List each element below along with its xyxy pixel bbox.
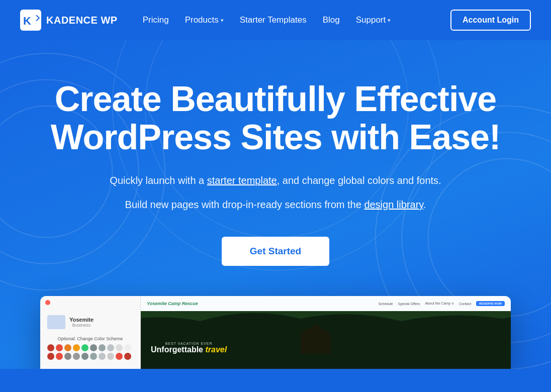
swatch[interactable] <box>47 344 54 351</box>
swatch[interactable] <box>56 353 63 360</box>
hero-section: Create Beautifully Effective WordPress S… <box>0 40 551 369</box>
preview-navbar: Yosemite Camp Rescue Schedule Special Of… <box>141 296 511 311</box>
swatch[interactable] <box>90 353 97 360</box>
hero-subtitle: Quickly launch with a starter template, … <box>100 172 451 188</box>
hero-title: Create Beautifully Effective WordPress S… <box>34 80 517 156</box>
brand-name: KADENCE WP <box>46 15 118 26</box>
preview-main: Yosemite Camp Rescue Schedule Special Of… <box>141 296 511 369</box>
logo-icon: K <box>20 10 41 31</box>
color-scheme-label: Optional: Change Color Scheme <box>40 333 140 342</box>
nav-links: Pricing Products ▾ Starter Templates Blo… <box>136 11 398 29</box>
preview-window: Yosemite Business Optional: Change Color… <box>40 296 511 369</box>
swatch[interactable] <box>107 344 114 351</box>
swatch[interactable] <box>124 344 131 351</box>
account-login-button[interactable]: Account Login <box>450 10 531 31</box>
preview-hero-title: Unforgettable travel <box>151 345 227 354</box>
nav-blog[interactable]: Blog <box>316 11 347 29</box>
swatch[interactable] <box>64 353 71 360</box>
nav-pricing[interactable]: Pricing <box>136 11 176 29</box>
logo[interactable]: K KADENCE WP <box>20 10 118 31</box>
swatch[interactable] <box>124 353 131 360</box>
swatch[interactable] <box>64 344 71 351</box>
nav-support[interactable]: Support ▾ <box>349 11 398 29</box>
preview-nav-link: Schedule <box>378 302 393 306</box>
swatch[interactable] <box>81 344 88 351</box>
swatch[interactable] <box>90 344 97 351</box>
swatch[interactable] <box>116 344 123 351</box>
navbar-left: K KADENCE WP Pricing Products ▾ Starter … <box>20 10 398 31</box>
navbar: K KADENCE WP Pricing Products ▾ Starter … <box>0 0 551 40</box>
swatch[interactable] <box>81 353 88 360</box>
swatch[interactable] <box>56 344 63 351</box>
svg-text:K: K <box>23 15 31 27</box>
preview-nav-link: Special Offers <box>398 302 420 306</box>
preview-hero-label: BEST VACATION EVER <box>151 342 227 345</box>
swatch[interactable] <box>116 353 123 360</box>
preview-nav-link: About the Camp ∨ <box>425 302 454 306</box>
preview-nav-link: Contact <box>459 302 471 306</box>
nav-starter-templates[interactable]: Starter Templates <box>233 11 314 29</box>
preview-site-info: Yosemite Business <box>69 317 94 328</box>
preview-nav-links: Schedule Special Offers About the Camp ∨… <box>378 301 505 306</box>
hero-subtitle2: Build new pages with drop-in-ready secti… <box>100 197 451 213</box>
preview-sidebar: Yosemite Business Optional: Change Color… <box>40 296 141 369</box>
preview-hero-image: Yosemite Camp Rescue Schedule Special Of… <box>141 296 511 369</box>
chevron-down-icon-2: ▾ <box>388 17 391 24</box>
swatch[interactable] <box>99 344 106 351</box>
swatch[interactable] <box>73 353 80 360</box>
preview-nav-cta: RESERVE NOW <box>476 301 505 306</box>
swatch[interactable] <box>99 353 106 360</box>
preview-site-item: Yosemite Business <box>40 311 140 333</box>
preview-thumbnail <box>47 315 65 329</box>
swatch[interactable] <box>47 353 54 360</box>
chevron-down-icon: ▾ <box>221 17 224 24</box>
preview-logo: Yosemite Camp Rescue <box>147 301 198 306</box>
swatch[interactable] <box>107 353 114 360</box>
close-icon[interactable] <box>45 300 50 305</box>
swatch[interactable] <box>73 344 80 351</box>
svg-rect-13 <box>301 334 331 354</box>
get-started-button[interactable]: Get Started <box>222 237 329 266</box>
design-library-link[interactable]: design library <box>364 199 423 210</box>
starter-template-link[interactable]: starter template <box>207 175 277 186</box>
color-swatches <box>40 342 140 362</box>
nav-products[interactable]: Products ▾ <box>178 11 231 29</box>
preview-hero-text: BEST VACATION EVER Unforgettable travel <box>151 342 227 354</box>
preview-inner: Yosemite Business Optional: Change Color… <box>40 296 511 369</box>
